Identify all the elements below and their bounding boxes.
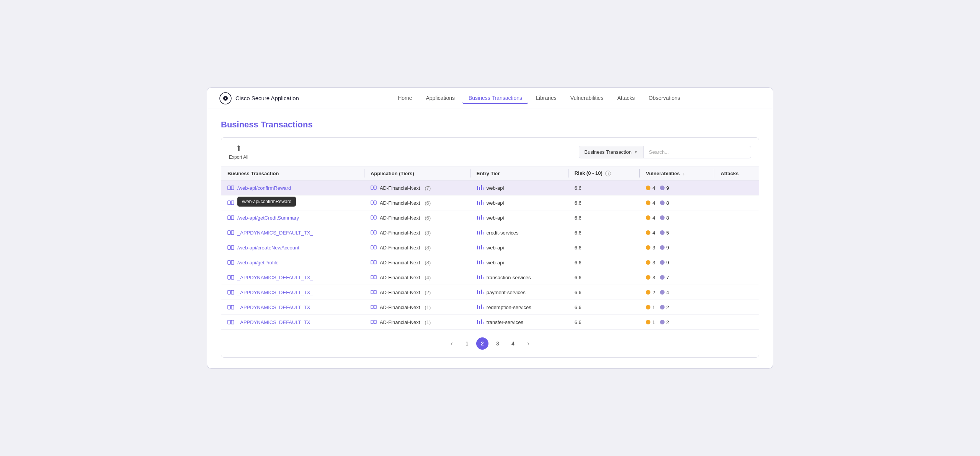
bt-link[interactable]: /web-api/createNewAccount bbox=[237, 245, 299, 251]
app-name: AD-Financial-Next bbox=[380, 245, 420, 251]
risk-info-icon[interactable]: i bbox=[605, 171, 611, 176]
nav-links: HomeApplicationsBusiness TransactionsLib… bbox=[317, 93, 761, 104]
bt-cell: _APPDYNAMICS_DEFAULT_TX_ bbox=[221, 270, 364, 285]
bt-link[interactable]: _APPDYNAMICS_DEFAULT_TX_ bbox=[237, 319, 313, 325]
purple-dot bbox=[660, 245, 665, 250]
export-all-button[interactable]: ⬆ Export All bbox=[229, 144, 248, 160]
nav-link-business-transactions[interactable]: Business Transactions bbox=[462, 93, 528, 104]
purple-dot bbox=[660, 275, 665, 280]
orange-dot bbox=[646, 260, 650, 265]
entry-tier-name: web-api bbox=[487, 260, 504, 265]
svg-rect-64 bbox=[231, 275, 234, 279]
app-cell-content: AD-Financial-Next (8) bbox=[371, 244, 464, 251]
vulns-cell: 2 4 bbox=[640, 285, 714, 300]
bt-cell-content: _APPDYNAMICS_DEFAULT_TX_ bbox=[227, 289, 358, 296]
page-1-button[interactable]: 1 bbox=[461, 337, 473, 350]
col-bt[interactable]: Business Transaction bbox=[221, 166, 364, 181]
col-risk[interactable]: Risk (0 - 10) i bbox=[568, 166, 640, 181]
svg-rect-63 bbox=[228, 275, 230, 279]
nav-link-home[interactable]: Home bbox=[392, 93, 418, 104]
vuln-orange-badge: 2 bbox=[646, 290, 655, 295]
col-app[interactable]: Application (Tiers) bbox=[364, 166, 470, 181]
svg-rect-39 bbox=[477, 231, 478, 235]
entry-cell-content: payment-services bbox=[477, 289, 562, 296]
page-2-button[interactable]: 2 bbox=[476, 337, 488, 350]
bt-link[interactable]: /web-api/getProfile bbox=[237, 260, 279, 265]
svg-rect-90 bbox=[479, 306, 480, 309]
page-title: Business Transactions bbox=[221, 120, 759, 130]
col-attacks[interactable]: Attacks bbox=[714, 166, 759, 181]
filter-dropdown[interactable]: Business Transaction ▼ bbox=[579, 146, 644, 158]
vuln-orange-count: 4 bbox=[652, 230, 655, 236]
attacks-cell bbox=[714, 285, 759, 300]
app-cell: AD-Financial-Next (1) bbox=[364, 315, 470, 330]
purple-dot bbox=[660, 230, 665, 235]
bt-link[interactable]: _APPDYNAMICS_DEFAULT_TX_ bbox=[237, 275, 313, 280]
svg-rect-100 bbox=[479, 321, 480, 324]
tier-count: (6) bbox=[425, 200, 431, 206]
svg-rect-69 bbox=[477, 275, 478, 279]
nav-link-vulnerabilities[interactable]: Vulnerabilities bbox=[564, 93, 610, 104]
table-body: /web-api/confirmReward/web-api/confirmRe… bbox=[221, 181, 759, 330]
entry-cell-content: web-api bbox=[477, 214, 562, 221]
vuln-purple-count: 2 bbox=[666, 305, 669, 310]
entry-tier-icon bbox=[477, 199, 483, 206]
svg-rect-86 bbox=[371, 305, 373, 309]
svg-rect-60 bbox=[479, 261, 480, 264]
bt-link[interactable]: _APPDYNAMICS_DEFAULT_TX_ bbox=[237, 230, 313, 236]
tier-count: (3) bbox=[425, 230, 431, 236]
vuln-orange-badge: 3 bbox=[646, 275, 655, 280]
col-vulns[interactable]: Vulnerabilities ↓ bbox=[640, 166, 714, 181]
risk-cell: 6.6 bbox=[568, 255, 640, 270]
svg-rect-50 bbox=[479, 246, 480, 249]
app-name: AD-Financial-Next bbox=[380, 185, 420, 191]
entry-tier-name: transaction-services bbox=[487, 275, 531, 280]
purple-dot bbox=[660, 320, 665, 324]
bt-link[interactable]: /web-api/confirmReward bbox=[237, 200, 291, 206]
svg-rect-27 bbox=[374, 216, 376, 219]
nav-link-libraries[interactable]: Libraries bbox=[530, 93, 563, 104]
entry-tier-name: redemption-services bbox=[487, 305, 531, 310]
bt-cell-content: /web-api/getCreditSummary bbox=[227, 214, 358, 221]
svg-rect-102 bbox=[483, 322, 483, 324]
entry-cell: web-api bbox=[470, 195, 568, 210]
svg-rect-97 bbox=[374, 320, 376, 324]
tier-count: (1) bbox=[425, 305, 431, 310]
main-table: Business Transaction Application (Tiers)… bbox=[221, 166, 759, 330]
svg-rect-84 bbox=[231, 305, 234, 309]
bt-link[interactable]: /web-api/getCreditSummary bbox=[237, 215, 299, 221]
app-icon bbox=[371, 304, 377, 310]
vuln-purple-badge: 7 bbox=[660, 275, 669, 280]
bt-icon bbox=[227, 304, 234, 311]
svg-rect-13 bbox=[228, 201, 230, 205]
svg-rect-30 bbox=[479, 217, 480, 220]
app-name: AD-Financial-Next bbox=[380, 260, 420, 265]
search-input[interactable] bbox=[644, 146, 751, 158]
vuln-purple-badge: 9 bbox=[660, 260, 669, 265]
svg-rect-54 bbox=[231, 261, 234, 264]
vulns-cell: 3 9 bbox=[640, 255, 714, 270]
nav-link-attacks[interactable]: Attacks bbox=[611, 93, 641, 104]
page-4-button[interactable]: 4 bbox=[507, 337, 519, 350]
page-3-button[interactable]: 3 bbox=[492, 337, 504, 350]
orange-dot bbox=[646, 275, 650, 280]
svg-rect-91 bbox=[481, 305, 482, 309]
nav-link-applications[interactable]: Applications bbox=[420, 93, 461, 104]
col-entry[interactable]: Entry Tier bbox=[470, 166, 568, 181]
tier-count: (8) bbox=[425, 245, 431, 251]
risk-cell: 6.6 bbox=[568, 210, 640, 225]
bt-link[interactable]: _APPDYNAMICS_DEFAULT_TX_ bbox=[237, 305, 313, 310]
svg-rect-72 bbox=[483, 277, 483, 279]
entry-tier-icon bbox=[477, 319, 483, 326]
bt-tooltip-wrap: /web-api/getProfile bbox=[237, 260, 279, 265]
bt-link[interactable]: _APPDYNAMICS_DEFAULT_TX_ bbox=[237, 290, 313, 295]
entry-tier-icon bbox=[477, 274, 483, 281]
table-row: _APPDYNAMICS_DEFAULT_TX_ AD-Financial-Ne… bbox=[221, 300, 759, 315]
nav-link-observations[interactable]: Observations bbox=[642, 93, 686, 104]
next-page-button[interactable]: › bbox=[522, 337, 534, 350]
prev-page-button[interactable]: ‹ bbox=[446, 337, 458, 350]
bt-cell: _APPDYNAMICS_DEFAULT_TX_ bbox=[221, 300, 364, 315]
bt-link[interactable]: /web-api/confirmReward bbox=[237, 185, 291, 191]
vuln-orange-count: 2 bbox=[652, 290, 655, 295]
table-row: /web-api/getCreditSummary AD-Financial-N… bbox=[221, 210, 759, 225]
